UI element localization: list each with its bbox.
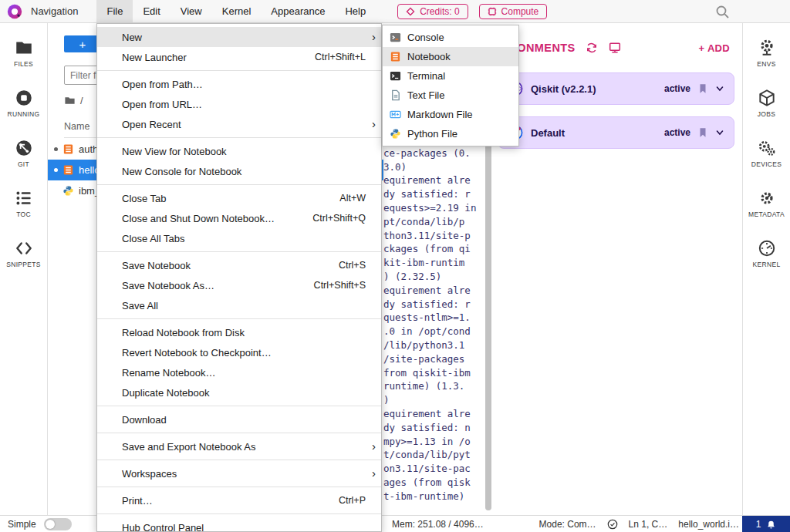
menu-item-new[interactable]: New›: [97, 27, 381, 47]
submenu-item-console[interactable]: Console: [383, 28, 518, 47]
environment-card-default[interactable]: Defaultactive: [498, 116, 734, 149]
menu-item-close-and-shut-down-notebook[interactable]: Close and Shut Down Notebook…Ctrl+Shift+…: [97, 208, 381, 228]
menu-item-label: Reload Notebook from Disk: [122, 327, 245, 338]
menu-item-new-console-for-notebook[interactable]: New Console for Notebook: [97, 161, 381, 181]
cursor-position[interactable]: Ln 1, C…: [629, 519, 668, 530]
menu-item-shortcut: Alt+W: [339, 193, 370, 204]
menu-item-new-view-for-notebook[interactable]: New View for Notebook: [97, 141, 381, 161]
console-line: equirement alre: [383, 284, 484, 298]
menu-item-print[interactable]: Print…Ctrl+P: [97, 490, 381, 510]
menu-item-hub-control-panel[interactable]: Hub Control Panel: [97, 517, 381, 532]
notebook-icon: [390, 51, 401, 62]
submenu-item-notebook[interactable]: Notebook: [383, 47, 518, 66]
environment-card-qiskit-v2-2-1[interactable]: Qiskit (v2.2.1)active: [498, 72, 734, 105]
menu-item-rename-notebook[interactable]: Rename Notebook…: [97, 362, 381, 382]
submenu-item-python-file[interactable]: Python File: [383, 124, 518, 143]
menu-item-open-recent[interactable]: Open Recent›: [97, 114, 381, 134]
menu-separator: [97, 487, 381, 487]
new-submenu: ConsoleNotebookTerminalText FileMarkdown…: [382, 25, 519, 146]
menu-item-duplicate-notebook[interactable]: Duplicate Notebook: [97, 382, 381, 402]
folder-icon: [64, 95, 76, 106]
chevron-down-icon[interactable]: [715, 84, 724, 93]
console-line: equirement alre: [383, 407, 484, 421]
trust-check-icon[interactable]: [607, 519, 618, 530]
menu-item-label: New Launcher: [122, 52, 187, 63]
menu-item-label: Close All Tabs: [122, 233, 184, 244]
notification-badge[interactable]: 1: [742, 516, 790, 532]
submenu-item-label: Markdown File: [407, 109, 473, 120]
menu-item-open-from-path[interactable]: Open from Path…: [97, 74, 381, 94]
menu-item-open-from-url[interactable]: Open from URL…: [97, 94, 381, 114]
submenu-item-markdown-file[interactable]: Markdown File: [383, 105, 518, 124]
menu-item-close-tab[interactable]: Close TabAlt+W: [97, 188, 381, 208]
sidebar-item-label: METADATA: [748, 210, 785, 218]
sidebar-item-git[interactable]: GIT: [0, 128, 47, 178]
menu-item-download[interactable]: Download: [97, 409, 381, 429]
sidebar-item-files[interactable]: FILES: [0, 28, 47, 78]
environment-devices-icon[interactable]: [608, 41, 622, 55]
sidebar-item-metadata[interactable]: METADATA: [743, 178, 790, 228]
menu-item-save-all[interactable]: Save All: [97, 295, 381, 315]
search-icon[interactable]: [714, 4, 730, 19]
menu-item-revert-notebook-to-checkpoint[interactable]: Revert Notebook to Checkpoint…: [97, 342, 381, 362]
submenu-arrow-icon: ›: [372, 439, 376, 453]
submenu-item-label: Python File: [407, 128, 457, 140]
file-name: auth: [79, 143, 98, 155]
menu-edit[interactable]: Edit: [133, 0, 170, 22]
sidebar-item-devices[interactable]: DEVICES: [743, 128, 790, 178]
new-launcher-button[interactable]: +: [64, 35, 101, 52]
sidebar-item-toc[interactable]: TOC: [0, 178, 47, 228]
menu-item-save-and-export-notebook-as[interactable]: Save and Export Notebook As›: [97, 436, 381, 456]
git-icon: [14, 138, 34, 158]
sidebar-item-snippets[interactable]: SNIPPETS: [0, 228, 47, 278]
menu-separator: [97, 460, 381, 460]
refresh-environments-icon[interactable]: [585, 41, 599, 55]
credits-badge[interactable]: Credits: 0: [397, 4, 468, 19]
menu-item-label: New: [122, 32, 142, 43]
sidebar-item-label: ENVS: [757, 60, 775, 68]
menu-help[interactable]: Help: [335, 0, 376, 22]
menu-item-save-notebook-as[interactable]: Save Notebook As…Ctrl+Shift+S: [97, 275, 381, 295]
menu-item-save-notebook[interactable]: Save NotebookCtrl+S: [97, 255, 381, 275]
editor-mode[interactable]: Mode: Com…: [539, 519, 596, 530]
console-line: .0 in /opt/cond: [383, 325, 484, 338]
menu-file[interactable]: File: [96, 0, 133, 22]
bookmark-icon[interactable]: [697, 127, 708, 138]
menu-separator: [97, 433, 381, 433]
menu-separator: [97, 184, 381, 185]
credits-label: Credits: 0: [420, 6, 459, 17]
sidebar-item-envs[interactable]: ENVS: [743, 28, 790, 78]
add-environment-button[interactable]: + ADD: [699, 42, 730, 54]
console-line: ckages (from qi: [383, 242, 484, 256]
console-scrollbar[interactable]: [485, 130, 491, 510]
menu-item-workspaces[interactable]: Workspaces›: [97, 463, 381, 483]
sidebar-item-label: FILES: [14, 60, 33, 68]
breadcrumb[interactable]: /: [64, 95, 83, 106]
submenu-item-text-file[interactable]: Text File: [383, 86, 518, 105]
bookmark-icon[interactable]: [697, 83, 708, 94]
navigation-label: Navigation: [31, 5, 78, 17]
menu-view[interactable]: View: [170, 0, 212, 22]
simple-mode-toggle[interactable]: [44, 518, 72, 530]
chevron-down-icon[interactable]: [715, 128, 724, 137]
console-line: 3.0): [383, 160, 484, 174]
sidebar-item-kernel[interactable]: KERNEL: [743, 228, 790, 278]
menu-item-label: Save Notebook As…: [122, 280, 214, 291]
sidebar-item-running[interactable]: RUNNING: [0, 78, 47, 128]
menu-kernel[interactable]: Kernel: [212, 0, 262, 22]
menu-item-label: Workspaces: [122, 468, 177, 480]
menu-item-new-launcher[interactable]: New LauncherCtrl+Shift+L: [97, 47, 381, 67]
menu-item-reload-notebook-from-disk[interactable]: Reload Notebook from Disk: [97, 322, 381, 342]
menu-separator: [97, 318, 381, 319]
console-line: from qiskit-ibm: [383, 366, 484, 380]
menu-item-close-all-tabs[interactable]: Close All Tabs: [97, 228, 381, 248]
memory-usage: Mem: 251.08 / 4096…: [392, 519, 484, 530]
console-line: kit-ibm-runtim: [383, 256, 484, 270]
console-line: ): [383, 393, 484, 407]
sidebar-item-jobs[interactable]: JOBS: [743, 78, 790, 128]
console-line: dy satisfied: r: [383, 187, 484, 201]
menu-appearance[interactable]: Appearance: [261, 0, 335, 22]
markdown-icon: [390, 109, 401, 120]
submenu-item-terminal[interactable]: Terminal: [383, 66, 518, 86]
compute-badge[interactable]: Compute: [479, 4, 548, 19]
